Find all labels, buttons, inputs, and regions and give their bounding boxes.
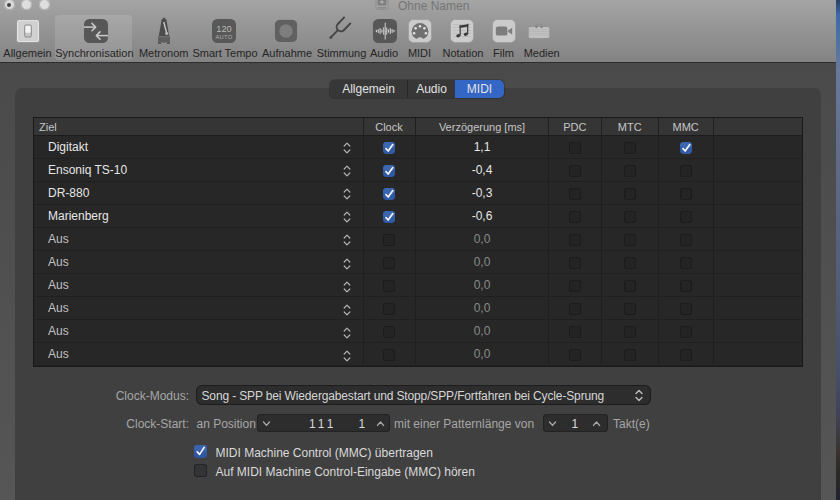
svg-text:AUTO: AUTO <box>215 33 232 39</box>
svg-text:120: 120 <box>216 23 231 33</box>
